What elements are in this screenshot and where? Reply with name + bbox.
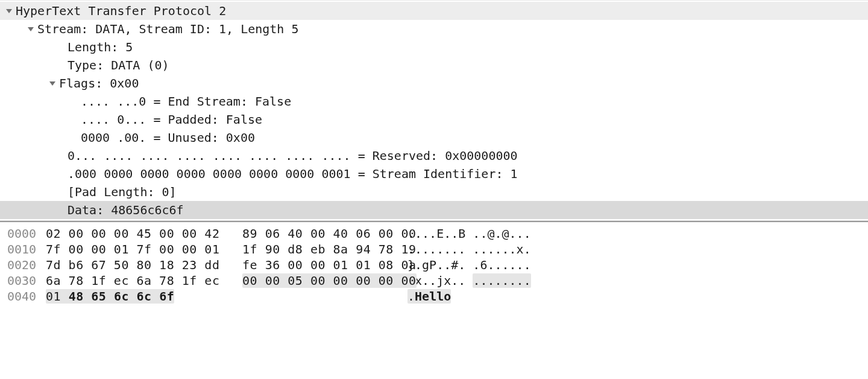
triangle-down-icon[interactable]	[24, 0, 37, 69]
hex-offset: 0020	[7, 257, 46, 273]
hex-row[interactable]: 0030 6a 78 1f ec 6a 78 1f ec 00 00 05 00…	[0, 273, 868, 288]
tree-row-protocol[interactable]: HyperText Transfer Protocol 2	[0, 2, 868, 20]
tree-row-stream-identifier[interactable]: .000 0000 0000 0000 0000 0000 0000 0001 …	[0, 165, 868, 183]
svg-marker-1	[28, 27, 34, 31]
packet-details-tree: HyperText Transfer Protocol 2 Stream: DA…	[0, 0, 868, 219]
hex-offset: 0040	[7, 288, 46, 304]
hex-bytes: 6a 78 1f ec 6a 78 1f ec 00 00 05 00 00 0…	[46, 273, 398, 288]
tree-row-data[interactable]: Data: 48656c6c6f	[0, 201, 868, 219]
reserved-field: 0... .... .... .... .... .... .... .... …	[68, 147, 518, 165]
hex-bytes: 01 48 65 6c 6c 6f	[46, 288, 398, 304]
pad-length: [Pad Length: 0]	[68, 183, 177, 201]
tree-row-flag-padded[interactable]: .... 0... = Padded: False	[0, 110, 868, 129]
hex-bytes: 7d b6 67 50 80 18 23 dd fe 36 00 00 01 0…	[46, 257, 398, 273]
tree-row-padlength[interactable]: [Pad Length: 0]	[0, 183, 868, 201]
triangle-down-icon[interactable]	[2, 0, 16, 51]
data-field: Data: 48656c6c6f	[68, 201, 184, 219]
tree-row-flag-unused[interactable]: 0000 .00. = Unused: 0x00	[0, 129, 868, 147]
hex-ascii: jx..jx.. ........	[407, 273, 531, 288]
tree-row-flag-endstream[interactable]: .... ...0 = End Stream: False	[0, 92, 868, 110]
tree-row-type[interactable]: Type: DATA (0)	[0, 56, 868, 74]
svg-marker-0	[6, 9, 12, 13]
hex-offset: 0010	[7, 241, 46, 257]
flag-endstream: .... ...0 = End Stream: False	[81, 92, 291, 110]
packet-bytes-pane: 0000 02 00 00 00 45 00 00 42 89 06 40 00…	[0, 222, 868, 304]
hex-ascii: }.gP..#. .6......	[407, 257, 531, 273]
flag-padded: .... 0... = Padded: False	[81, 110, 262, 129]
tree-row-flags[interactable]: Flags: 0x00	[0, 74, 868, 92]
hex-ascii: .Hello	[407, 288, 451, 304]
hex-row[interactable]: 0040 01 48 65 6c 6c 6f .Hello	[0, 288, 868, 304]
triangle-down-icon[interactable]	[46, 43, 59, 123]
stream-identifier: .000 0000 0000 0000 0000 0000 0000 0001 …	[68, 165, 518, 183]
hex-offset: 0000	[7, 226, 46, 241]
hex-row[interactable]: 0010 7f 00 00 01 7f 00 00 01 1f 90 d8 eb…	[0, 241, 868, 257]
flag-unused: 0000 .00. = Unused: 0x00	[81, 129, 255, 147]
hex-bytes: 7f 00 00 01 7f 00 00 01 1f 90 d8 eb 8a 9…	[46, 241, 398, 257]
hex-row[interactable]: 0000 02 00 00 00 45 00 00 42 89 06 40 00…	[0, 226, 868, 241]
hex-ascii: ....E..B ..@.@...	[407, 226, 531, 241]
tree-row-length[interactable]: Length: 5	[0, 38, 868, 56]
tree-row-stream[interactable]: Stream: DATA, Stream ID: 1, Length 5	[0, 20, 868, 38]
hex-offset: 0030	[7, 273, 46, 288]
stream-summary: Stream: DATA, Stream ID: 1, Length 5	[37, 20, 298, 38]
hex-row[interactable]: 0020 7d b6 67 50 80 18 23 dd fe 36 00 00…	[0, 257, 868, 273]
svg-marker-2	[49, 81, 55, 86]
flags-field: Flags: 0x00	[59, 74, 139, 92]
hex-ascii: ........ ......x.	[407, 241, 531, 257]
hex-bytes: 02 00 00 00 45 00 00 42 89 06 40 00 40 0…	[46, 226, 398, 241]
tree-row-reserved[interactable]: 0... .... .... .... .... .... .... .... …	[0, 147, 868, 165]
length-field: Length: 5	[68, 38, 133, 56]
